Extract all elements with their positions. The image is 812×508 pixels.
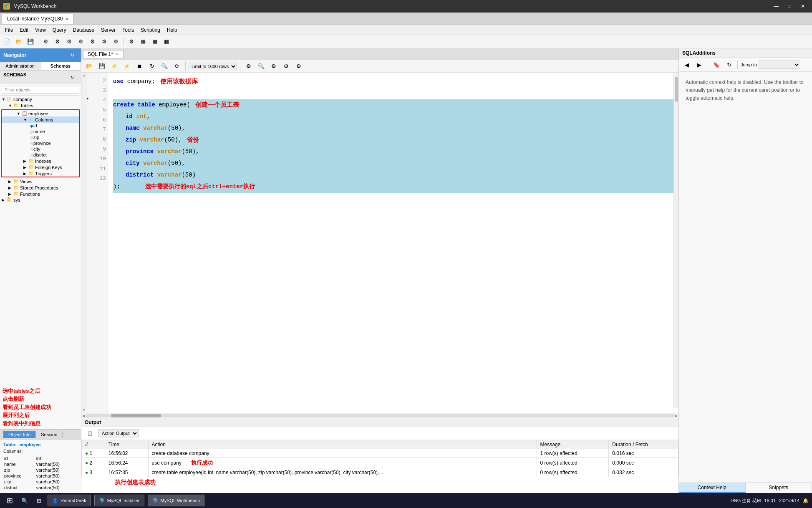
sa-tab-snippets[interactable]: Snippets [746, 483, 812, 493]
toolbar-btn6[interactable]: ⚙ [76, 37, 86, 47]
col-dot-icon: ◇ [30, 135, 33, 140]
tab-object-info[interactable]: Object Info [3, 431, 36, 438]
toolbar-new-btn[interactable]: 📄 [2, 37, 13, 47]
scroll-thumb[interactable] [111, 414, 161, 417]
sa-next-btn[interactable]: ▶ [694, 60, 705, 70]
format3-btn[interactable]: ⚙ [268, 61, 279, 71]
save-file-btn[interactable]: 💾 [96, 61, 107, 71]
menu-help[interactable]: Help [164, 26, 181, 34]
tree-item-col-province[interactable]: ◇ province [2, 140, 79, 146]
tree-item-stored-proc[interactable]: ▶ 📁 Stored Procedures [0, 184, 81, 191]
navigator-refresh-btn[interactable]: ↻ [67, 50, 78, 60]
code-content[interactable]: use company; 使用该数据库 create table employe… [108, 73, 678, 413]
taskbar-search-btn[interactable]: 🔍 [19, 495, 30, 505]
schemas-label: SCHEMAS ↻ [0, 71, 81, 84]
vertical-scrollbar[interactable] [673, 73, 678, 408]
scroll-right-icon[interactable]: ▶ [675, 414, 678, 418]
sa-tab-context-help[interactable]: Context Help [679, 483, 746, 493]
tab-close-icon[interactable]: ✕ [116, 52, 119, 56]
format4-btn[interactable]: ⚙ [281, 61, 292, 71]
format5-btn[interactable]: ⚙ [293, 61, 304, 71]
menu-tools[interactable]: Tools [119, 26, 137, 34]
menu-query[interactable]: Query [49, 26, 70, 34]
tree-item-tables[interactable]: ▼ 📁 Tables [0, 102, 81, 109]
tree-item-col-name[interactable]: ◇ name [2, 129, 79, 134]
toolbar-btn7[interactable]: ⚙ [87, 37, 98, 47]
sql-file-tab[interactable]: SQL File 1* ✕ [83, 50, 124, 58]
format2-btn[interactable]: 🔍 [256, 61, 267, 71]
find-replace-btn[interactable]: ⟳ [171, 61, 182, 71]
start-button[interactable]: ⊞ [3, 494, 16, 507]
toolbar-grid2-btn[interactable]: ▦ [149, 37, 160, 47]
output-type-select[interactable]: Action Output [98, 429, 139, 437]
tree-item-functions[interactable]: ▶ 📁 Functions [0, 191, 81, 197]
sa-toolbar: ◀ ▶ 🔖 ↻ Jump to [679, 58, 812, 72]
tree-item-columns[interactable]: ▼ ⋮ Columns [2, 116, 79, 123]
menu-scripting[interactable]: Scripting [137, 26, 164, 34]
toolbar-btn9[interactable]: ⚙ [111, 37, 121, 47]
close-button[interactable]: ✕ [797, 2, 809, 11]
code-line-5: id int, [113, 111, 673, 123]
menu-file[interactable]: File [2, 26, 16, 34]
maximize-button[interactable]: □ [784, 2, 795, 11]
trigger-icon: 📁 [28, 171, 34, 176]
format-btn[interactable]: ⚙ [243, 61, 254, 71]
sa-bookmark-btn[interactable]: 🔖 [711, 60, 722, 70]
toolbar-sep1 [38, 38, 38, 46]
limit-rows-select[interactable]: Limit to 1000 rows [189, 63, 237, 70]
tree-item-fk[interactable]: ▶ 📁 Foreign Keys [2, 164, 79, 170]
taskbar-app-workbench[interactable]: 🐬 MySQL Workbench [148, 495, 205, 506]
tree-item-company[interactable]: ▼ 🗄 company [0, 96, 81, 102]
tree-item-sys[interactable]: ▶ 🗄 sys [0, 197, 81, 203]
refresh-btn[interactable]: ↻ [146, 61, 157, 71]
execute-selection-btn[interactable]: ⚡ [121, 61, 132, 71]
minimize-button[interactable]: — [770, 2, 782, 11]
output-scroll[interactable]: # Time Action Message Duration / Fetch ●… [81, 440, 678, 493]
tree-item-col-district[interactable]: ◇ district [2, 152, 79, 158]
tree-item-col-id[interactable]: ◆ id [2, 123, 79, 129]
toolbar-settings-btn[interactable]: ⚙ [126, 37, 137, 47]
tree-item-views[interactable]: ▶ 📁 Views [0, 178, 81, 184]
tree-item-col-city[interactable]: ◇ city [2, 146, 79, 152]
code-line-11: ); 选中需要执行的sql之后ctrl+enter执行 [113, 181, 673, 193]
toolbar-grid1-btn[interactable]: ▦ [138, 37, 149, 47]
taskbar-task-btn[interactable]: ⊞ [33, 495, 44, 505]
toolbar-btn8[interactable]: ⚙ [99, 37, 110, 47]
horizontal-scrollbar[interactable]: ◀ ▶ [81, 413, 678, 418]
open-file-btn[interactable]: 📂 [84, 61, 95, 71]
scroll-track[interactable] [86, 414, 674, 417]
output-area: Output 📋 Action Output # Time Action [81, 418, 678, 493]
taskbar-app-installer[interactable]: 🐬 MySQL Installer [94, 495, 144, 506]
tree-item-triggers[interactable]: ▶ 📁 Triggers [2, 170, 79, 177]
nav-tab-admin[interactable]: Administration [0, 62, 40, 70]
sa-refresh-btn[interactable]: ↻ [724, 60, 734, 70]
stop-btn[interactable]: ⏹ [134, 61, 145, 71]
jump-to-select[interactable] [759, 61, 800, 69]
output-icon-btn[interactable]: 📋 [85, 428, 96, 438]
toolbar-save-btn[interactable]: 💾 [25, 37, 36, 47]
menu-database[interactable]: Database [70, 26, 98, 34]
toolbar-btn3[interactable]: ⚙ [40, 37, 51, 47]
sa-prev-btn[interactable]: ◀ [681, 60, 692, 70]
tree-item-col-zip[interactable]: ◇ zip [2, 134, 79, 140]
menu-edit[interactable]: Edit [16, 26, 32, 34]
tree-item-indexes[interactable]: ▶ 📁 Indexes [2, 158, 79, 164]
tab-session[interactable]: Session [36, 431, 63, 438]
tree-item-employee[interactable]: ▼ 📋 employee [2, 110, 79, 116]
search-input[interactable] [2, 86, 79, 94]
toolbar-grid3-btn[interactable]: ▦ [161, 37, 172, 47]
tab-close-icon[interactable]: ✕ [65, 17, 68, 21]
main-tab[interactable]: Local instance MySQL80 ✕ [2, 14, 74, 24]
toolbar-btn4[interactable]: ⚙ [52, 37, 63, 47]
views-icon: 📁 [13, 179, 19, 184]
scroll-left-icon[interactable]: ◀ [82, 414, 85, 418]
nav-tab-schemas[interactable]: Schemas [40, 62, 81, 70]
schemas-refresh-btn[interactable]: ↻ [67, 72, 78, 82]
taskbar-app-rammderek[interactable]: 👤 RammDerek [48, 495, 91, 506]
menu-server[interactable]: Server [98, 26, 119, 34]
toolbar-open-btn[interactable]: 📂 [13, 37, 24, 47]
execute-btn[interactable]: ⚡ [109, 61, 120, 71]
toolbar-btn5[interactable]: ⚙ [64, 37, 75, 47]
search-btn[interactable]: 🔍 [159, 61, 170, 71]
menu-view[interactable]: View [32, 26, 49, 34]
